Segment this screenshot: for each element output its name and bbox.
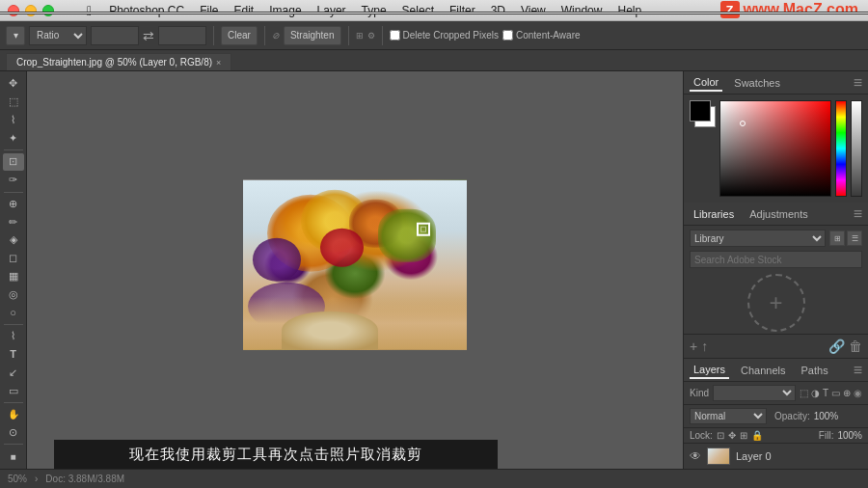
layer-row[interactable]: 👁 Layer 0 [684, 444, 868, 469]
library-add-icon: + [769, 289, 782, 316]
crop-handle-icon [417, 223, 430, 236]
swatches-tab[interactable]: Swatches [730, 75, 784, 91]
menu-select[interactable]: Select [394, 0, 442, 21]
menu-filter[interactable]: Filter [442, 0, 483, 21]
healing-brush-tool[interactable]: ⊕ [3, 195, 24, 212]
width-input[interactable] [91, 26, 139, 45]
color-picker-row [690, 100, 862, 197]
path-selection-tool[interactable]: ↙ [3, 364, 24, 381]
straighten-button[interactable]: Straighten [284, 26, 341, 45]
menu-image[interactable]: Image [261, 0, 309, 21]
eraser-tool[interactable]: ◻ [3, 250, 24, 267]
eyedropper-tool[interactable]: ✑ [3, 172, 24, 189]
watermark: Z www.MacZ.com [720, 1, 858, 18]
blend-mode-select[interactable]: Normal [690, 408, 767, 424]
filter-smart-icon[interactable]: ⊕ [843, 388, 851, 398]
clear-button[interactable]: Clear [221, 26, 258, 45]
canvas-area[interactable]: 现在我使用裁剪工具再次点击照片取消裁剪 [27, 71, 683, 469]
tab-bar: Crop_Straighten.jpg @ 50% (Layer 0, RGB/… [0, 50, 868, 71]
zoom-tool[interactable]: ⊙ [3, 424, 24, 442]
blur-tool[interactable]: ◎ [3, 285, 24, 303]
layer-visibility-icon[interactable]: 👁 [690, 449, 701, 463]
channels-tab[interactable]: Channels [737, 363, 789, 378]
menu-window[interactable]: Window [554, 0, 610, 21]
menu-help[interactable]: Help [610, 0, 649, 21]
magic-wand-tool[interactable]: ✦ [3, 129, 24, 147]
library-delete-button[interactable]: 🗑 [849, 339, 862, 354]
menu-photoshop[interactable]: Photoshop CC [101, 0, 192, 21]
crop-tool[interactable]: ⊡ [3, 153, 24, 171]
tool-preset-picker[interactable]: ▾ [6, 26, 25, 45]
color-gradient-picker[interactable] [719, 100, 831, 197]
menu-type[interactable]: Type [354, 0, 394, 21]
filter-adjustment-icon[interactable]: ◑ [811, 388, 820, 398]
list-view-button[interactable]: ☰ [847, 230, 862, 246]
color-panel-menu[interactable]: ≡ [854, 74, 862, 92]
library-upload-button[interactable]: ↑ [701, 339, 708, 354]
library-search-input[interactable] [690, 251, 862, 268]
layers-menu[interactable]: ≡ [854, 362, 862, 379]
lock-position-icon[interactable]: ✥ [728, 430, 736, 441]
library-add-button[interactable]: + [690, 339, 697, 354]
kind-label: Kind [690, 388, 709, 398]
menu-view[interactable]: View [513, 0, 554, 21]
content-aware-checkbox[interactable] [502, 30, 513, 41]
delete-cropped-checkbox[interactable] [390, 30, 400, 41]
library-dropdown[interactable]: Library [690, 230, 826, 247]
lock-all-icon[interactable]: 🔒 [751, 430, 763, 441]
adjustments-tab[interactable]: Adjustments [746, 206, 812, 222]
hue-strip[interactable] [835, 100, 847, 197]
main-layout: ✥ ⬚ ⌇ ✦ ⊡ ✑ ⊕ ✏ ◈ ◻ ▦ ◎ ○ ⌇ T ↙ ▭ ✋ ⊙ ■ [0, 71, 868, 469]
libraries-tab[interactable]: Libraries [690, 206, 738, 222]
menu-layer[interactable]: Layer [310, 0, 354, 21]
layers-kind-dropdown[interactable] [713, 385, 796, 401]
height-input[interactable] [158, 26, 206, 45]
foreground-color-swatch[interactable] [690, 100, 711, 122]
straighten-icon-label: ⊘ [272, 31, 280, 41]
ratio-select[interactable]: Ratio [29, 26, 87, 45]
tab-filename: Crop_Straighten.jpg @ 50% (Layer 0, RGB/… [16, 57, 212, 68]
options-toolbar: ▾ Ratio ⇄ Clear ⊘ Straighten ⊞ ⚙ Delete … [0, 21, 868, 50]
grid-options-icon[interactable]: ⚙ [367, 31, 375, 41]
tool-sep5 [4, 444, 23, 445]
layers-panel: Layers Channels Paths ≡ Kind ⬚ ◑ T ▭ ⊕ ◉ [684, 358, 868, 469]
fg-bg-swatches[interactable] [690, 100, 716, 127]
lock-artboards-icon[interactable]: ⊞ [740, 430, 747, 441]
brush-tool[interactable]: ✏ [3, 213, 24, 230]
menu-file[interactable]: File [192, 0, 226, 21]
swap-icon[interactable]: ⇄ [143, 28, 154, 43]
gradient-tool[interactable]: ▦ [3, 268, 24, 285]
filter-toggle[interactable]: ◉ [854, 388, 862, 398]
color-tab[interactable]: Color [690, 74, 722, 92]
pen-tool[interactable]: ⌇ [3, 328, 24, 345]
filter-pixel-icon[interactable]: ⬚ [800, 388, 808, 398]
lock-checkerboard-icon[interactable]: ⊡ [717, 430, 724, 441]
filter-type-icon[interactable]: T [823, 388, 828, 398]
tab-close-button[interactable]: × [216, 58, 221, 68]
move-tool[interactable]: ✥ [3, 75, 24, 93]
active-tab[interactable]: Crop_Straighten.jpg @ 50% (Layer 0, RGB/… [6, 53, 231, 70]
grid-view-button[interactable]: ⊞ [829, 230, 845, 246]
clone-stamp-tool[interactable]: ◈ [3, 231, 24, 249]
paths-tab[interactable]: Paths [798, 363, 832, 378]
menu-3d[interactable]: 3D [483, 0, 513, 21]
library-toolbar: + ↑ 🔗 🗑 [684, 334, 868, 358]
menu-bar:  Photoshop CC File Edit Image Layer Typ… [77, 0, 649, 21]
type-tool[interactable]: T [3, 346, 24, 364]
tool-sep4 [4, 402, 23, 403]
status-separator: › [35, 474, 38, 484]
dodge-tool[interactable]: ○ [3, 304, 24, 321]
filter-shape-icon[interactable]: ▭ [831, 388, 840, 398]
apple-logo[interactable]:  [77, 0, 101, 21]
lasso-tool[interactable]: ⌇ [3, 112, 24, 129]
shape-tool[interactable]: ▭ [3, 382, 24, 399]
menu-edit[interactable]: Edit [227, 0, 262, 21]
libraries-menu[interactable]: ≡ [854, 205, 862, 223]
foreground-background-color[interactable]: ■ [3, 447, 24, 465]
hand-tool[interactable]: ✋ [3, 406, 24, 423]
layers-tab[interactable]: Layers [690, 362, 729, 379]
selection-tool[interactable]: ⬚ [3, 94, 24, 111]
alpha-strip[interactable] [851, 100, 862, 197]
color-panel: Color Swatches ≡ [684, 71, 868, 203]
library-link-button[interactable]: 🔗 [828, 339, 845, 354]
